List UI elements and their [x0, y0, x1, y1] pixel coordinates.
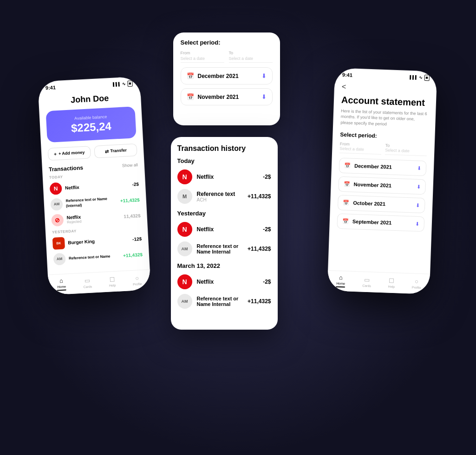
tx-info-th-6: Reference text or Name Internal — [197, 296, 243, 307]
day-today: Today — [177, 157, 271, 164]
bottom-nav-left: ⌂ Home ▭ Cards ☐ Help ○ Profile — [47, 269, 150, 295]
nav-active-line-right — [336, 286, 345, 288]
card-tx-history: Transaction history Today N Netflix -2$ … — [171, 137, 278, 330]
month-dec-top: December 2021 — [198, 73, 258, 79]
month-item-dec-top[interactable]: 📅 December 2021 ⬇ — [181, 67, 273, 84]
to-value-right[interactable]: Select a date — [385, 148, 427, 154]
balance-amount: $225,24 — [53, 119, 128, 136]
dl-icon-oct[interactable]: ⬇ — [416, 202, 420, 208]
month-row-nov[interactable]: 📅 November 2021 ⬇ — [338, 176, 426, 195]
dl-icon-dec[interactable]: ⬇ — [417, 165, 421, 171]
tx-info-th-2: Reference text ACH — [197, 191, 243, 202]
bottom-nav-right: ⌂ Home ▭ Cards ☐ Help ○ Profile — [327, 270, 430, 294]
card-select-period: Select period: From Select a date To Sel… — [173, 32, 280, 125]
date-inputs-top: From Select a date To Select a date — [181, 51, 273, 63]
phone-right: 9:41 ▌▌▌ ∿ ■ < Account statement Here is… — [327, 68, 437, 294]
cal-icon-dec: 📅 — [344, 162, 350, 169]
netflix-icon-th-3: N — [177, 274, 192, 289]
nav-help-right[interactable]: ☐ Help — [388, 277, 395, 288]
calendar-icon-1: 📅 — [187, 72, 194, 79]
am-icon-th-2: AM — [177, 241, 192, 256]
nav-home-right[interactable]: ⌂ Home — [336, 274, 346, 288]
month-oct-right: October 2021 — [353, 200, 412, 208]
month-row-oct[interactable]: 📅 October 2021 ⬇ — [337, 195, 425, 213]
tx-large-item: M Reference text ACH +11,432$ — [177, 187, 271, 206]
tx-sub-th-2: ACH — [197, 197, 243, 202]
tx-name-4: Burger King — [68, 237, 129, 246]
transactions-title: Transactions — [48, 164, 83, 173]
month-item-nov-top[interactable]: 📅 November 2021 ⬇ — [181, 88, 273, 105]
download-icon-2[interactable]: ⬇ — [261, 93, 267, 100]
from-value-top[interactable]: Select a date — [181, 56, 224, 63]
month-nov-top: November 2021 — [198, 94, 258, 100]
tx-name-th-4: Reference text or Name Internal — [197, 243, 243, 254]
tx-amount-th-6: +11,432$ — [248, 298, 271, 305]
tx-large-item: AM Reference text or Name Internal +11,4… — [177, 239, 271, 259]
tx-name-1: Netflix — [65, 182, 129, 190]
tx-info-th-3: Netflix — [197, 226, 259, 233]
nav-active-line — [57, 289, 66, 291]
day-march: March 13, 2022 — [177, 262, 271, 269]
tx-name-2: Reference text or Name (Internal) — [65, 196, 117, 209]
nav-cards[interactable]: ▭ Cards — [83, 277, 92, 288]
transactions-header: Transactions Show all — [48, 162, 137, 173]
tx-name-th-1: Netflix — [197, 174, 259, 180]
tx-large-item: N Netflix -2$ — [177, 272, 271, 292]
nav-profile-label-right: Profile — [411, 286, 421, 289]
nav-profile-right[interactable]: ○ Profile — [411, 278, 421, 289]
transfer-button[interactable]: ⇄ Transfer — [94, 143, 137, 158]
home-icon-right: ⌂ — [339, 274, 342, 281]
nav-cards-right[interactable]: ▭ Cards — [362, 276, 372, 287]
tx-info-th-1: Netflix — [197, 174, 259, 180]
transfer-icon: ⇄ — [104, 149, 109, 154]
tx-amount-5: +11,432$ — [123, 252, 143, 258]
tx-amount-th-5: -2$ — [263, 279, 271, 285]
add-money-button[interactable]: + + Add money — [47, 146, 91, 161]
tx-info-th-4: Reference text or Name Internal — [197, 243, 243, 254]
am-icon-2: AM — [53, 253, 65, 265]
tx-history-content: Transaction history Today N Netflix -2$ … — [171, 137, 278, 318]
wifi-icon: ∿ — [122, 82, 126, 86]
from-group-top: From Select a date — [181, 51, 224, 63]
tx-info-2: Reference text or Name (Internal) — [65, 196, 117, 209]
home-icon: ⌂ — [59, 277, 63, 284]
month-row-dec[interactable]: 📅 December 2021 ⬇ — [339, 157, 426, 176]
dl-icon-nov[interactable]: ⬇ — [416, 183, 420, 189]
battery-icon: ■ — [127, 80, 132, 86]
netflix-icon-1: N — [49, 182, 62, 195]
cal-icon-sep: 📅 — [342, 218, 348, 224]
back-button[interactable]: < — [341, 83, 346, 91]
left-content: John Doe Available balance $225,24 + + A… — [38, 88, 150, 271]
to-field-right: To Select a date — [385, 143, 427, 156]
phones-container: 9:41 ▌▌▌ ∿ ■ John Doe Available balance … — [29, 23, 447, 432]
nav-help-label-right: Help — [388, 285, 395, 288]
day-yesterday: Yesterday — [177, 210, 271, 217]
tx-amount-2: +11,432$ — [120, 197, 140, 203]
nav-profile[interactable]: ○ Profile — [132, 274, 142, 286]
tx-name-th-5: Netflix — [197, 279, 259, 285]
plus-icon: + — [53, 151, 56, 156]
nav-cards-label: Cards — [83, 285, 92, 288]
dl-icon-sep[interactable]: ⬇ — [415, 221, 419, 227]
tx-name-th-2: Reference text — [197, 191, 243, 197]
period-title: Select period: — [181, 39, 273, 46]
tx-large-item: N Netflix -2$ — [177, 220, 271, 239]
month-sep-right: September 2021 — [352, 219, 411, 226]
select-period-label: Select period: — [340, 131, 427, 141]
nav-home[interactable]: ⌂ Home — [56, 277, 66, 291]
month-row-sep[interactable]: 📅 September 2021 ⬇ — [337, 213, 424, 232]
netflix-icon-th-2: N — [177, 222, 192, 237]
help-icon-right: ☐ — [389, 277, 395, 284]
to-value-top[interactable]: Select a date — [229, 56, 273, 63]
nav-home-label-right: Home — [336, 282, 345, 286]
nav-help[interactable]: ☐ Help — [108, 275, 116, 287]
tx-name-5: Reference text or Name — [68, 254, 119, 261]
download-icon-1[interactable]: ⬇ — [261, 72, 267, 79]
cal-icon-oct: 📅 — [343, 200, 349, 206]
action-buttons: + + Add money ⇄ Transfer — [47, 143, 137, 161]
from-value-right[interactable]: Select a date — [339, 146, 381, 152]
account-title: Account statement — [341, 95, 429, 109]
tx-name-th-3: Netflix — [197, 226, 259, 233]
show-all-link[interactable]: Show all — [122, 162, 138, 168]
am-icon-1: AM — [50, 198, 63, 210]
